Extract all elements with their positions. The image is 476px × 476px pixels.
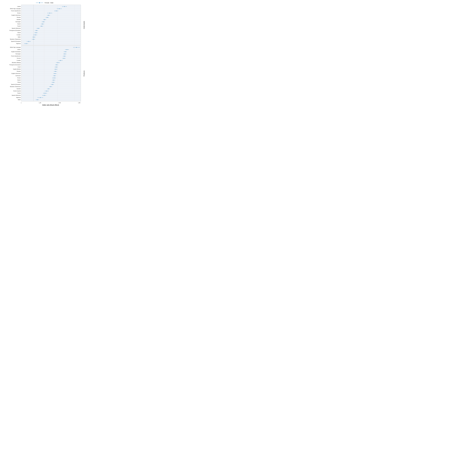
label-1-17: Spanish (European) [2,83,21,85]
dot-1-14 [54,78,54,78]
panels-container: LatvianBritish Sign LanguageFrench (Queb… [2,5,87,101]
x-tick-2: 1.56 [58,102,61,103]
label-1-12: English (American) [2,72,21,75]
dot-1-2 [65,51,66,52]
label-0-0: Latvian [2,5,21,8]
dot-0-16 [28,41,29,42]
label-0-7: Norwegian [2,21,21,23]
dot-1-5 [64,58,64,59]
dot-0-12 [35,32,36,33]
label-0-3: Korean [2,12,21,14]
label-1-23: Kigiriama [2,96,21,99]
label-0-6: Swedish [2,18,21,21]
label-1-9: Czech [2,66,21,68]
dot-1-19 [48,88,49,89]
dot-1-11 [55,71,56,72]
x-axis-label: Odds ratio (fixed effect) [21,104,80,106]
panel-1-title: Produces [81,46,87,101]
dot-1-8 [56,65,57,65]
dot-1-10 [55,69,56,70]
panel-1: British Sign LanguageLatvianEnglish (Aus… [2,46,87,101]
label-0-9: Turkish [2,25,21,27]
label-1-14: Korean [2,77,21,79]
label-1-24: Italian [2,99,21,101]
label-0-14: Italian [2,36,21,38]
dot-0-17 [26,43,27,44]
label-1-8: Portuguese (European) [2,64,21,66]
dot-1-1 [67,49,67,50]
dot-1-13 [54,75,55,76]
panel-1-plot [21,46,81,101]
label-1-6: Croatian [2,59,21,62]
panel-0-svg [21,5,81,45]
dot-0-9 [41,26,42,27]
label-1-4: French (Quebecois) [2,55,21,57]
legend-dot [39,2,40,3]
dot-0-15 [33,39,34,40]
panel-0: LatvianBritish Sign LanguageFrench (Queb… [2,5,87,45]
label-1-7: Mandarin (Beijing) [2,62,21,64]
dot-0-8 [42,24,43,24]
label-1-18: Mandarin (Taiwanese) [2,85,21,88]
dot-0-11 [36,30,37,31]
dot-1-24 [37,99,38,100]
dot-1-12 [54,73,55,74]
label-1-21: Turkish [2,92,21,94]
dot-0-10 [38,28,39,29]
label-1-15: Danish [2,79,21,81]
dot-0-13 [35,34,35,35]
dot-1-7 [57,62,58,63]
label-0-10: Spanish (Mexican) [2,27,21,29]
dot-0-7 [43,21,44,22]
dot-1-3 [65,53,65,54]
dot-1-9 [56,67,57,68]
label-0-13: Croatian [2,34,21,36]
x-tick-0: 1 [21,102,21,103]
label-1-1: Latvian [2,48,21,51]
label-0-15: Mandarin (Taiwanese) [2,38,21,40]
label-1-22: Spanish (Mexican) [2,94,21,96]
label-1-16: Slovak [2,81,21,83]
dot-1-15 [53,80,54,81]
dot-0-2 [56,11,57,11]
dot-1-0 [76,47,77,48]
label-0-12: Slovak [2,32,21,34]
panel-0-title-text: Understands [83,21,85,29]
panel-1-labels: British Sign LanguageLatvianEnglish (Aus… [2,46,21,101]
label-1-19: Swedish [2,88,21,90]
label-1-2: English (Australian) [2,51,21,53]
dot-1-17 [52,84,53,85]
dot-1-4 [64,56,65,56]
label-1-20: Greek (Cypriot) [2,90,21,92]
x-axis-area: 11.251.561.95 Odds ratio (fixed effect) [21,102,87,106]
label-0-17: Kigiriama [2,42,21,45]
panel-1-title-text: Produces [83,70,85,76]
dot-0-5 [47,17,48,18]
label-0-11: Portuguese (European) [2,29,21,32]
panel-0-plot [21,5,81,45]
dot-0-6 [44,19,45,20]
x-tick-3: 1.95 [78,102,80,103]
dot-0-3 [49,13,50,14]
label-1-5: German [2,57,21,59]
label-0-1: British Sign Language [2,8,21,10]
label-0-16: Spanish (European) [2,40,21,42]
label-0-2: French (Quebecois) [2,10,21,12]
dot-1-16 [53,82,54,83]
dot-1-18 [50,86,51,87]
dot-0-4 [48,15,49,16]
legend-label: Female : Male [45,2,53,3]
legend: Female : Male [2,2,87,3]
label-1-10: English (British) [2,68,21,70]
chart-container: Female : Male LatvianBritish Sign Langua… [2,2,87,106]
legend-line-right [40,3,43,3]
label-1-0: British Sign Language [2,46,21,48]
panel-0-title: Understands [81,5,87,45]
label-1-13: Cantonese [2,75,21,77]
dot-1-22 [44,95,45,96]
dot-0-0 [64,6,65,7]
label-1-3: Norwegian [2,53,21,55]
label-0-4: English (American) [2,14,21,16]
label-0-5: Russian [2,16,21,18]
dot-0-14 [34,37,34,37]
